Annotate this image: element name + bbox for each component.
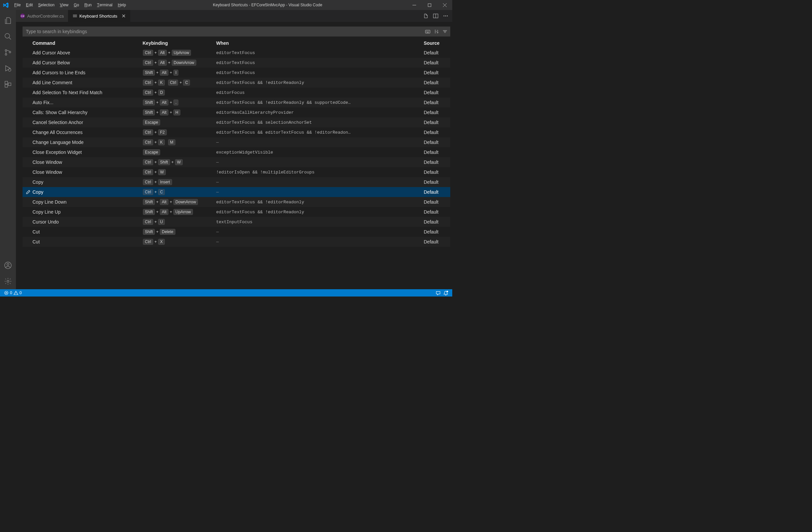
settings-gear-icon[interactable] xyxy=(0,273,16,289)
status-notifications-icon[interactable] xyxy=(442,290,450,296)
column-header-when[interactable]: When xyxy=(216,41,424,46)
status-feedback-icon[interactable] xyxy=(434,290,442,296)
source-cell: Default xyxy=(424,130,450,135)
keybinding-row[interactable]: Calls: Show Call HierarchyShift+Alt+Hedi… xyxy=(23,107,450,117)
keybinding-cell: Shift+Alt+. xyxy=(143,100,216,105)
keybinding-cell: Shift+Alt+DownArrow xyxy=(143,199,216,205)
keybinding-row[interactable]: Close WindowCtrl+W!editorIsOpen && !mult… xyxy=(23,167,450,177)
extensions-icon[interactable] xyxy=(0,76,16,92)
explorer-icon[interactable] xyxy=(0,13,16,29)
command-cell: Cut xyxy=(32,229,143,234)
keybinding-row[interactable]: Add Cursor BelowCtrl+Alt+DownArroweditor… xyxy=(23,58,450,68)
when-cell: editorHasCallHierarchyProvider xyxy=(216,110,424,115)
svg-point-4 xyxy=(9,52,11,53)
keybinding-row[interactable]: Add Cursor AboveCtrl+Alt+UpArroweditorTe… xyxy=(23,48,450,58)
keybindings-search-input[interactable] xyxy=(23,29,422,34)
when-cell: — xyxy=(216,180,424,185)
keybinding-cell: Shift+Alt+UpArrow xyxy=(143,209,216,215)
when-cell: exceptionWidgetVisible xyxy=(216,150,424,155)
keybinding-row[interactable]: Change Language ModeCtrl+KM—Default xyxy=(23,137,450,147)
more-actions-icon[interactable] xyxy=(443,13,448,18)
title-bar: FileEditSelectionViewGoRunTerminalHelp K… xyxy=(0,0,452,10)
command-cell: Change Language Mode xyxy=(32,140,143,145)
keybinding-row[interactable]: Auto Fix...Shift+Alt+.editorTextFocus &&… xyxy=(23,98,450,107)
svg-point-1 xyxy=(5,33,10,38)
edit-keybinding-icon[interactable] xyxy=(24,190,32,195)
sort-by-precedence-icon[interactable] xyxy=(434,29,439,34)
keybinding-cell: Escape xyxy=(143,149,216,155)
keybinding-row[interactable]: Copy Line DownShift+Alt+DownArroweditorT… xyxy=(23,197,450,207)
filter-icon[interactable] xyxy=(442,29,448,34)
column-header-command[interactable]: Command xyxy=(32,41,143,46)
tab-label: AuthorController.cs xyxy=(27,14,64,18)
menu-go[interactable]: Go xyxy=(71,0,82,10)
keybinding-row[interactable]: Change All OccurrencesCtrl+F2editorTextF… xyxy=(23,127,450,137)
run-debug-icon[interactable] xyxy=(0,60,16,76)
menu-file[interactable]: File xyxy=(12,0,23,10)
keybinding-row[interactable]: Add Cursors to Line EndsShift+Alt+Iedito… xyxy=(23,68,450,77)
command-cell: Copy xyxy=(32,179,143,185)
split-editor-icon[interactable] xyxy=(433,13,438,18)
keybinding-row[interactable]: Close WindowCtrl+Shift+W—Default xyxy=(23,157,450,167)
when-cell: — xyxy=(216,140,424,145)
source-control-icon[interactable] xyxy=(0,44,16,60)
vscode-logo xyxy=(0,2,12,8)
close-icon[interactable] xyxy=(121,14,126,18)
svg-rect-7 xyxy=(5,85,8,87)
command-cell: Cut xyxy=(32,239,143,244)
status-problems[interactable]: 0 0 xyxy=(3,290,23,295)
menu-run[interactable]: Run xyxy=(82,0,95,10)
when-cell: editorTextFocus && !editorReadonly xyxy=(216,210,424,215)
menu-view[interactable]: View xyxy=(57,0,71,10)
maximize-button[interactable] xyxy=(422,0,437,10)
svg-point-11 xyxy=(7,280,9,282)
svg-rect-8 xyxy=(8,83,11,86)
search-icon[interactable] xyxy=(0,29,16,44)
svg-rect-0 xyxy=(428,4,431,6)
svg-point-16 xyxy=(445,16,446,17)
keybinding-cell: Ctrl+Insert xyxy=(143,179,216,185)
menu-terminal[interactable]: Terminal xyxy=(95,0,115,10)
keybindings-list[interactable]: Add Cursor AboveCtrl+Alt+UpArroweditorTe… xyxy=(23,48,450,289)
keybinding-cell: Ctrl+Alt+DownArrow xyxy=(143,60,216,66)
minimize-button[interactable] xyxy=(406,0,422,10)
tab-keyboard-shortcuts[interactable]: Keyboard Shortcuts xyxy=(68,10,130,22)
keybinding-cell: Ctrl+W xyxy=(143,169,216,175)
keybinding-row[interactable]: Cancel Selection AnchorEscapeeditorTextF… xyxy=(23,117,450,127)
record-keys-icon[interactable] xyxy=(425,29,430,34)
tab-authorcontroller-cs[interactable]: C#AuthorController.cs xyxy=(16,10,68,22)
command-cell: Close Exception Widget xyxy=(32,149,143,155)
accounts-icon[interactable] xyxy=(0,257,16,273)
command-cell: Copy xyxy=(32,189,143,195)
menu-help[interactable]: Help xyxy=(115,0,129,10)
menu-edit[interactable]: Edit xyxy=(23,0,35,10)
keyboard-icon xyxy=(72,13,77,18)
source-cell: Default xyxy=(424,160,450,165)
svg-point-15 xyxy=(444,16,445,17)
column-header-keybinding[interactable]: Keybinding xyxy=(143,41,216,46)
column-header-source[interactable]: Source xyxy=(424,41,450,46)
close-button[interactable] xyxy=(437,0,452,10)
svg-point-2 xyxy=(5,50,7,52)
keybinding-row[interactable]: Add Line CommentCtrl+KCtrl+CeditorTextFo… xyxy=(23,77,450,88)
keybinding-row[interactable]: Cursor UndoCtrl+UtextInputFocusDefault xyxy=(23,217,450,227)
keybinding-row[interactable]: CopyCtrl+Insert—Default xyxy=(23,177,450,187)
keybinding-row[interactable]: Add Selection To Next Find MatchCtrl+Ded… xyxy=(23,88,450,98)
when-cell: — xyxy=(216,190,424,195)
csharp-file-icon: C# xyxy=(20,13,25,18)
source-cell: Default xyxy=(424,239,450,244)
source-cell: Default xyxy=(424,120,450,125)
keybinding-row[interactable]: CopyCtrl+C—Default xyxy=(23,187,450,197)
keybinding-row[interactable]: Copy Line UpShift+Alt+UpArroweditorTextF… xyxy=(23,207,450,217)
svg-text:C#: C# xyxy=(21,15,25,18)
svg-point-5 xyxy=(8,69,11,71)
keybinding-row[interactable]: Close Exception WidgetEscapeexceptionWid… xyxy=(23,147,450,157)
when-cell: editorTextFocus && editorTextFocus && !e… xyxy=(216,130,424,135)
open-keyboard-shortcuts-json-icon[interactable] xyxy=(423,13,429,18)
keybinding-row[interactable]: CutShift+Delete—Default xyxy=(23,227,450,237)
menu-selection[interactable]: Selection xyxy=(35,0,57,10)
source-cell: Default xyxy=(424,140,450,145)
keybinding-row[interactable]: CutCtrl+X—Default xyxy=(23,237,450,247)
source-cell: Default xyxy=(424,170,450,175)
source-cell: Default xyxy=(424,189,450,195)
